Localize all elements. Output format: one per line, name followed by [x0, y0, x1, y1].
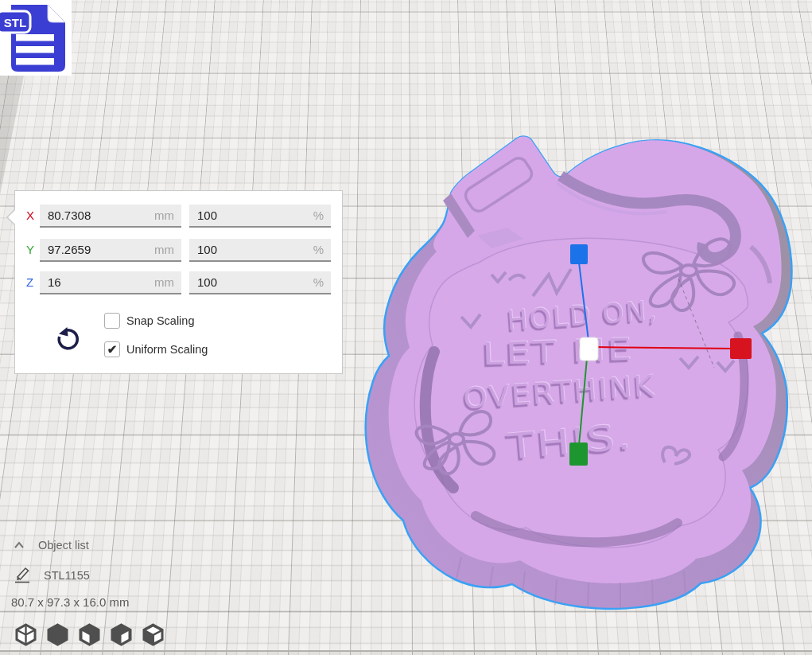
axis-y-label: Y [26, 243, 34, 256]
snap-scaling-label: Snap Scaling [126, 314, 194, 327]
gizmo-center-handle[interactable] [580, 337, 598, 361]
scale-y-mm-value: 97.2659 [48, 243, 91, 256]
reset-scale-button[interactable] [52, 322, 82, 353]
scale-z-percent-value: 100 [197, 275, 217, 289]
document-line-1 [16, 34, 54, 41]
camera-view-presets [14, 623, 165, 646]
stl-document-icon: STL [0, 0, 72, 76]
collapse-chevron-icon[interactable] [14, 540, 25, 550]
axis-z-label: Z [26, 275, 33, 289]
scale-row-y: Y 97.2659 mm 100 % [15, 239, 342, 262]
scale-x-mm-value: 80.7308 [48, 209, 91, 222]
scale-x-mm-field[interactable]: 80.7308 mm [40, 205, 181, 228]
document-dogear [48, 5, 65, 22]
gizmo-z-handle[interactable] [570, 244, 588, 264]
view-left-icon[interactable] [110, 623, 133, 646]
reset-rotate-icon [52, 322, 82, 353]
view-right-icon[interactable] [142, 623, 165, 646]
uniform-scaling-checkbox[interactable]: ✔ [104, 341, 120, 357]
scale-y-percent-value: 100 [197, 243, 217, 256]
scale-y-percent-unit: % [313, 243, 324, 256]
view-front-icon[interactable] [46, 623, 69, 646]
cura-3d-viewport: HOLD ON, LET ME OVERTHINK THIS. [0, 0, 812, 655]
snap-scaling-checkbox[interactable] [104, 313, 120, 329]
document-line-2 [16, 46, 54, 53]
stl-badge-label: STL [4, 16, 26, 29]
scale-y-mm-unit: mm [154, 243, 174, 256]
scale-z-percent-field[interactable]: 100 % [189, 271, 331, 294]
stl-badge: STL [0, 11, 30, 33]
text-line-2: LET ME [482, 332, 634, 372]
stl-file-thumbnail: STL [0, 0, 72, 76]
scale-row-x: X 80.7308 mm 100 % [15, 205, 342, 228]
scale-y-percent-field[interactable]: 100 % [189, 239, 331, 262]
axis-x-label: X [26, 209, 34, 222]
scale-x-percent-value: 100 [197, 209, 217, 222]
scale-x-percent-unit: % [313, 209, 324, 222]
gizmo-x-handle[interactable] [730, 338, 752, 359]
scale-row-z: Z 16 mm 100 % [15, 271, 342, 294]
view-front-white-icon[interactable] [78, 623, 101, 646]
object-name[interactable]: STL1155 [44, 569, 90, 582]
object-dimensions: 80.7 x 97.3 x 16.0 mm [11, 595, 129, 609]
object-list-title[interactable]: Object list [38, 539, 89, 552]
edit-pencil-icon[interactable] [13, 566, 32, 583]
uniform-scaling-label: Uniform Scaling [126, 343, 208, 356]
scale-z-percent-unit: % [313, 275, 324, 289]
scale-tool-panel: X 80.7308 mm 100 % Y 97.2659 mm 100 % Z [14, 190, 343, 374]
scale-z-mm-value: 16 [48, 275, 61, 289]
scale-y-mm-field[interactable]: 97.2659 mm [40, 239, 181, 262]
scale-x-mm-unit: mm [154, 209, 174, 222]
view-3d-icon[interactable] [14, 623, 37, 646]
scale-z-mm-field[interactable]: 16 mm [40, 271, 181, 294]
scale-z-mm-unit: mm [154, 275, 174, 289]
document-line-3 [16, 58, 54, 65]
scale-x-percent-field[interactable]: 100 % [189, 205, 331, 228]
gizmo-y-handle[interactable] [569, 443, 588, 466]
